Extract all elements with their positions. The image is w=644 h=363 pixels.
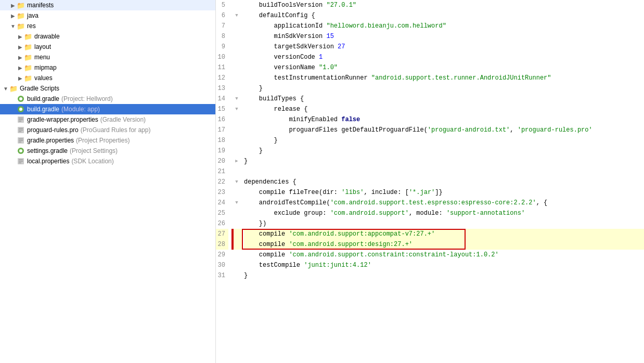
code-line: testCompile 'junit:junit:4.12' (244, 260, 644, 270)
sidebar-item-layout[interactable]: ▶📁layout (0, 42, 215, 52)
sidebar-item-meta: (Project: Hellword) (61, 95, 113, 102)
sidebar-item-label: drawable (34, 33, 60, 40)
code-line: } (244, 146, 644, 156)
code-line: release { (244, 104, 644, 114)
sidebar-item-label: proguard-rules.pro (27, 126, 79, 134)
code-line: compile fileTree(dir: 'libs', include: [… (244, 187, 644, 198)
line-number: 21 (216, 166, 228, 177)
code-line: }) (244, 218, 644, 229)
gutter-col: ▼▼▼▶▼▼ (231, 0, 242, 363)
code-line: buildTypes { (244, 94, 644, 104)
sidebar-item-label: gradle-wrapper.properties (27, 116, 98, 123)
gutter-cell (231, 208, 242, 218)
sidebar-item-java[interactable]: ▶📁java (0, 10, 215, 21)
sidebar-item-label: res (27, 22, 36, 30)
svg-point-17 (19, 149, 22, 152)
line-numbers: 5678910111213141516171819202122232425262… (216, 0, 231, 363)
code-line: testInstrumentationRunner "android.suppo… (244, 73, 644, 83)
line-number: 17 (216, 125, 228, 135)
gutter-cell[interactable]: ▼ (231, 198, 242, 208)
line-number: 16 (216, 114, 228, 125)
code-line: } (244, 156, 644, 166)
gutter-cell (231, 52, 242, 62)
line-number: 26 (216, 218, 228, 229)
sidebar-item-label: mipmap (34, 64, 57, 71)
sidebar-item-proguard-rules[interactable]: proguard-rules.pro (ProGuard Rules for a… (0, 125, 215, 135)
sidebar-item-label: manifests (27, 2, 54, 9)
code-line: } (244, 135, 644, 146)
gutter-cell (231, 125, 242, 135)
gutter-cell (231, 270, 242, 281)
sidebar-item-settings-gradle[interactable]: settings.gradle (Project Settings) (0, 146, 215, 156)
gutter-cell (231, 83, 242, 94)
gutter-cell (231, 135, 242, 146)
folder-icon: 📁 (17, 11, 25, 20)
folder-icon: 📁 (24, 53, 32, 61)
line-number: 20 (216, 156, 228, 166)
folder-icon: 📁 (24, 63, 32, 72)
folder-icon: 📁 (24, 32, 32, 41)
gutter-cell (231, 218, 242, 229)
gradle-icon (17, 147, 25, 155)
red-gutter-mark (231, 229, 234, 250)
sidebar-item-gradle-scripts[interactable]: ▼📁Gradle Scripts (0, 83, 215, 94)
tree-arrow: ▶ (17, 65, 24, 71)
code-editor: 5678910111213141516171819202122232425262… (216, 0, 644, 363)
sidebar-item-meta: (Module: app) (61, 106, 100, 113)
gutter-cell (231, 31, 242, 42)
sidebar-item-gradle-wrapper[interactable]: gradle-wrapper.properties (Gradle Versio… (0, 114, 215, 125)
sidebar-item-label: gradle.properties (27, 137, 74, 144)
gutter-cell[interactable]: ▼ (231, 177, 242, 187)
code-line: exclude group: 'com.android.support', mo… (244, 208, 644, 218)
line-number: 7 (216, 21, 228, 31)
gutter-cell (231, 62, 242, 73)
sidebar-item-values[interactable]: ▶📁values (0, 73, 215, 83)
tree-arrow: ▶ (9, 3, 17, 8)
code-line: targetSdkVersion 27 (244, 42, 644, 52)
gutter-cell (231, 187, 242, 198)
code-line: versionCode 1 (244, 52, 644, 62)
sidebar-item-label: values (34, 74, 53, 82)
line-number: 11 (216, 62, 228, 73)
sidebar-item-build-gradle-app[interactable]: build.gradle (Module: app) (0, 104, 215, 114)
line-number: 28 (216, 239, 228, 250)
code-line: minSdkVersion 15 (244, 31, 644, 42)
line-number: 19 (216, 146, 228, 156)
code-line: proguardFiles getDefaultProguardFile('pr… (244, 125, 644, 135)
sidebar-item-build-gradle-project[interactable]: build.gradle (Project: Hellword) (0, 94, 215, 104)
gutter-cell (231, 166, 242, 177)
gutter-cell[interactable]: ▼ (231, 94, 242, 104)
sidebar-item-meta: (ProGuard Rules for app) (81, 126, 151, 134)
folder-icon: 📁 (9, 84, 18, 93)
line-number: 22 (216, 177, 228, 187)
line-number: 24 (216, 198, 228, 208)
sidebar-item-menu[interactable]: ▶📁menu (0, 52, 215, 62)
gutter-cell (231, 114, 242, 125)
gradle-icon (17, 105, 25, 113)
tree-arrow: ▶ (17, 75, 24, 81)
code-line: compile 'com.android.support:appcompat-v… (244, 229, 644, 239)
folder-icon: 📁 (17, 22, 25, 30)
sidebar-item-drawable[interactable]: ▶📁drawable (0, 31, 215, 42)
line-number: 10 (216, 52, 228, 62)
line-number: 13 (216, 83, 228, 94)
line-number: 9 (216, 42, 228, 52)
code-line: buildToolsVersion "27.0.1" (244, 0, 644, 10)
code-line: compile 'com.android.support.constraint:… (244, 250, 644, 260)
gutter-cell[interactable]: ▼ (231, 104, 242, 114)
gutter-cell[interactable]: ▼ (231, 10, 242, 21)
sidebar-item-gradle-properties[interactable]: gradle.properties (Project Properties) (0, 135, 215, 146)
tree-arrow: ▼ (2, 86, 9, 92)
sidebar-item-res[interactable]: ▼📁res (0, 21, 215, 31)
gutter-cell (231, 229, 242, 239)
gradle-icon (17, 95, 25, 103)
code-line: compile 'com.android.support:design:27.+… (244, 239, 644, 250)
sidebar-item-mipmap[interactable]: ▶📁mipmap (0, 62, 215, 73)
folder-icon: 📁 (24, 74, 32, 82)
sidebar-item-local-properties[interactable]: local.properties (SDK Location) (0, 156, 215, 166)
gutter-cell (231, 73, 242, 83)
sidebar-item-manifests[interactable]: ▶📁manifests (0, 0, 215, 10)
gutter-cell[interactable]: ▶ (231, 156, 242, 166)
tree-arrow: ▼ (9, 23, 17, 29)
sidebar-item-meta: (SDK Location) (71, 158, 113, 165)
